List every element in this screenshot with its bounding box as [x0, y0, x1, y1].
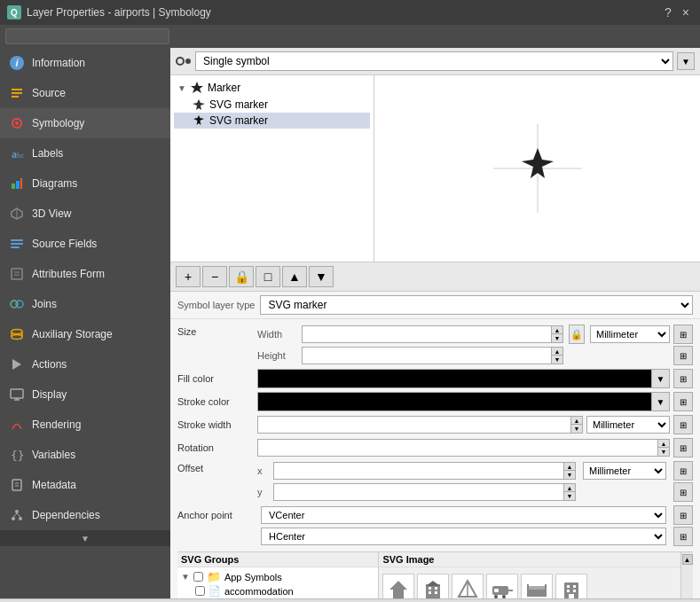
offset-x-down-btn[interactable]: ▼: [563, 471, 576, 480]
offset-x-up-btn[interactable]: ▲: [563, 462, 576, 471]
offset-data-btn[interactable]: ⊞: [673, 461, 693, 481]
width-input[interactable]: 6.000000: [302, 325, 551, 343]
svg-rect-8: [16, 181, 20, 189]
auxiliary-storage-icon: [9, 326, 25, 342]
add-layer-button[interactable]: +: [176, 266, 201, 287]
stroke-color-dropdown-btn[interactable]: ▼: [652, 392, 670, 411]
stroke-width-unit-select[interactable]: Millimeter Pixel: [586, 416, 670, 434]
svg-thumb-caravan[interactable]: [486, 574, 518, 598]
svg-point-37: [177, 58, 184, 65]
height-data-btn[interactable]: ⊞: [673, 346, 693, 365]
size-unit-select[interactable]: Millimeter Pixel Point: [590, 325, 670, 343]
symbol-tree-marker[interactable]: ▼ Marker: [174, 79, 370, 97]
svg-tree-accommodation[interactable]: 📄 accommodation: [181, 584, 374, 598]
stroke-width-down-btn[interactable]: ▼: [570, 425, 583, 434]
duplicate-layer-button[interactable]: □: [256, 266, 280, 287]
width-up-btn[interactable]: ▲: [551, 325, 563, 334]
anchor-hcenter-select[interactable]: HCenter Left Right: [261, 528, 666, 545]
svg-scrollbar[interactable]: ▲ ▼: [680, 552, 693, 598]
symbol-type-dropdown-btn[interactable]: ▼: [677, 52, 695, 70]
move-up-button[interactable]: ▲: [282, 266, 307, 287]
svg-thumb-tent[interactable]: [452, 574, 484, 598]
sidebar-item-labels[interactable]: abc Labels: [0, 138, 170, 168]
offset-unit-select[interactable]: Millimeter Pixel: [583, 462, 666, 480]
sidebar-label-actions: Actions: [32, 358, 67, 371]
rotation-down-btn[interactable]: ▼: [657, 448, 670, 457]
fill-color-row: Fill color ▼ ⊞: [177, 369, 693, 388]
rotation-row: Rotation 0.00 ° ▲ ▼ ⊞: [177, 438, 693, 457]
lock-size-btn[interactable]: 🔒: [569, 324, 585, 344]
sidebar-item-3dview[interactable]: 3D View: [0, 199, 170, 229]
symbol-tree-svg-marker-2-label: SVG marker: [209, 114, 268, 127]
sidebar-item-attributes-form[interactable]: Attributes Form: [0, 259, 170, 289]
svg-thumb-house[interactable]: [382, 574, 414, 598]
size-data-btn[interactable]: ⊞: [673, 324, 693, 344]
close-button[interactable]: ×: [679, 5, 693, 20]
rotation-input[interactable]: 0.00 °: [257, 439, 657, 457]
offset-y-data-btn[interactable]: ⊞: [673, 482, 693, 502]
svg-point-56: [494, 595, 498, 598]
svg-thumb-hotel[interactable]: [555, 574, 587, 598]
symbol-type-select[interactable]: Single symbol Categorized Graduated Rule…: [195, 51, 673, 71]
fill-color-dropdown-btn[interactable]: ▼: [652, 369, 670, 388]
search-input[interactable]: [5, 28, 169, 44]
sidebar-item-joins[interactable]: Joins: [0, 289, 170, 319]
sidebar-item-dependencies[interactable]: Dependencies: [0, 500, 170, 530]
height-down-btn[interactable]: ▼: [551, 356, 563, 364]
width-down-btn[interactable]: ▼: [551, 334, 563, 343]
sidebar-item-information[interactable]: i Information: [0, 48, 170, 78]
sidebar-item-symbology[interactable]: Symbology: [0, 108, 170, 138]
symbol-tree-svg-marker-1[interactable]: SVG marker: [174, 97, 370, 113]
symbol-tree-svg-marker-2[interactable]: SVG marker: [174, 113, 370, 129]
fill-color-label: Fill color: [177, 373, 257, 384]
layer-type-select[interactable]: SVG marker Simple marker Font marker: [260, 295, 693, 315]
height-input[interactable]: 6.000000: [302, 347, 551, 364]
accommodation-checkbox[interactable]: [195, 586, 205, 596]
display-icon: [9, 387, 25, 403]
sidebar-item-diagrams[interactable]: Diagrams: [0, 168, 170, 199]
anchor-vcenter-select[interactable]: VCenter Top Bottom: [261, 506, 666, 524]
help-button[interactable]: ?: [661, 5, 675, 20]
single-symbol-icon: [176, 55, 192, 67]
offset-x-input[interactable]: 0.000000: [273, 462, 563, 480]
move-down-button[interactable]: ▼: [309, 266, 334, 287]
svg-thumb-bed[interactable]: [521, 574, 553, 598]
rotation-up-btn[interactable]: ▲: [657, 439, 670, 448]
svg-thumb-building[interactable]: [417, 574, 449, 598]
offset-y-input[interactable]: 0.000000: [273, 483, 563, 501]
sidebar-item-source[interactable]: Source: [0, 78, 170, 108]
sidebar-scroll-down[interactable]: ▼: [0, 530, 170, 546]
app-symbols-checkbox[interactable]: [193, 572, 203, 582]
sidebar-item-actions[interactable]: Actions: [0, 349, 170, 379]
offset-y-down-btn[interactable]: ▼: [563, 492, 576, 501]
anchor-hcenter-data-btn[interactable]: ⊞: [673, 527, 693, 546]
symbol-preview: [374, 75, 700, 262]
stroke-width-data-btn[interactable]: ⊞: [673, 415, 693, 434]
stroke-width-up-btn[interactable]: ▲: [570, 416, 583, 425]
sidebar-item-variables[interactable]: {} Variables: [0, 440, 170, 470]
sidebar-item-rendering[interactable]: Rendering: [0, 410, 170, 440]
sidebar-label-information: Information: [32, 57, 85, 69]
anchor-vcenter-data-btn[interactable]: ⊞: [673, 505, 693, 525]
svg-tree-app-symbols[interactable]: ▼ 📁 App Symbols: [181, 569, 374, 584]
svg-line-36: [17, 513, 20, 517]
offset-y-up-btn[interactable]: ▲: [563, 483, 576, 492]
stroke-color-data-btn[interactable]: ⊞: [673, 392, 693, 411]
rotation-data-btn[interactable]: ⊞: [673, 438, 693, 457]
svg-marker-51: [426, 581, 440, 586]
svg-scroll-up-btn[interactable]: ▲: [682, 554, 693, 565]
svg-point-32: [15, 510, 19, 513]
remove-layer-button[interactable]: −: [202, 266, 227, 287]
lock-layer-button[interactable]: 🔒: [229, 266, 254, 287]
sidebar-item-source-fields[interactable]: Source Fields: [0, 229, 170, 259]
sidebar-item-auxiliary-storage[interactable]: Auxiliary Storage: [0, 319, 170, 349]
fill-color-data-btn[interactable]: ⊞: [673, 369, 693, 388]
sidebar-item-display[interactable]: Display: [0, 379, 170, 410]
sidebar-item-metadata[interactable]: Metadata: [0, 470, 170, 500]
sidebar-label-variables: Variables: [32, 449, 75, 461]
height-up-btn[interactable]: ▲: [551, 347, 563, 356]
svg-point-4: [15, 121, 19, 125]
stroke-width-input[interactable]: 0.600000: [257, 416, 570, 434]
stroke-color-button[interactable]: [257, 392, 652, 411]
fill-color-button[interactable]: [257, 369, 652, 388]
